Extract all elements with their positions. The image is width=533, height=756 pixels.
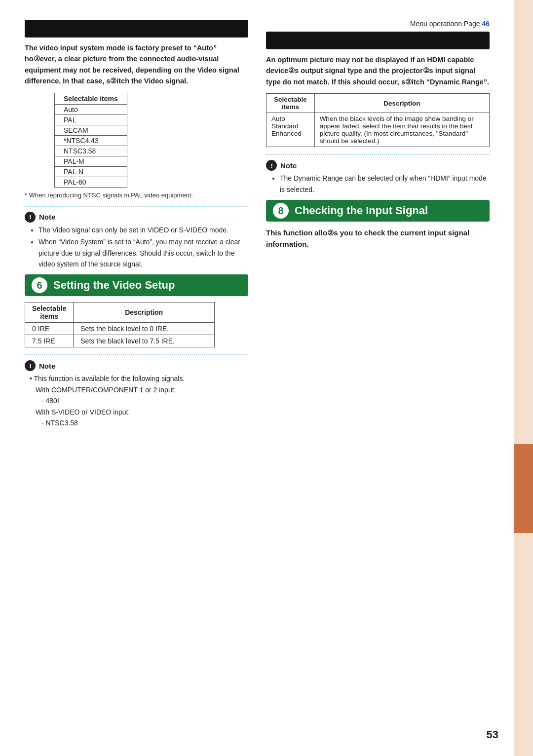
left-note-item: The Video signal can only be set in VIDE…: [38, 225, 248, 235]
left-dotted-divider-1: [25, 206, 248, 207]
section-8-intro: This function allo②s you to check the cu…: [266, 227, 490, 250]
section6-note-title: Note: [25, 360, 248, 371]
section-8-number: 8: [273, 203, 289, 219]
right-note-label: Note: [280, 161, 297, 170]
dr-items-cell: AutoStandardEnhanced: [266, 113, 315, 147]
sel-table-item: *NTSC4.43: [55, 135, 127, 146]
selectable-items-table: Selectable items AutoPALSECAM*NTSC4.43NT…: [54, 93, 127, 188]
page: The video input system mode is factory p…: [0, 0, 533, 756]
right-note-list: The Dynamic Range can be selected only w…: [266, 173, 490, 195]
note-icon-sec6: [25, 360, 36, 371]
sel-table-item: SECAM: [55, 125, 127, 135]
vs-desc-cell: Sets the black level to 0 IRE.: [74, 323, 215, 335]
left-note-label: Note: [39, 213, 55, 221]
section-8-title-bar: 8 Checking the Input Signal: [266, 200, 490, 222]
sec6-note-line1: • This function is available for the fol…: [30, 375, 185, 382]
note-icon-right: [266, 160, 277, 171]
sel-table-item: PAL-M: [55, 156, 127, 166]
right-dotted-divider-1: [266, 154, 490, 155]
left-dotted-divider-2: [25, 354, 248, 355]
left-note-list: The Video signal can only be set in VIDE…: [25, 225, 248, 270]
right-section-header-bar: [266, 32, 490, 49]
sec6-note-line5: - NTSC3.58: [30, 419, 78, 427]
video-setup-table: Selectable items Description 0 IRESets t…: [25, 302, 215, 347]
section-8-title-text: Checking the Input Signal: [295, 204, 428, 217]
right-accent-bar-orange: [514, 444, 533, 533]
vs-col2-header: Description: [74, 302, 215, 323]
left-note-item: When “Video System” is set to “Auto”, yo…: [38, 236, 248, 269]
sel-table-header: Selectable items: [55, 93, 127, 104]
left-footnote: * When reproducing NTSC signals in PAL v…: [25, 191, 248, 199]
sel-table-item: NTSC3.58: [55, 146, 127, 156]
dr-col1-header: Selectable items: [266, 94, 315, 113]
vs-desc-cell: Sets the black level to 7.5 IRE.: [74, 335, 215, 347]
section-8-area: 8 Checking the Input Signal This functio…: [266, 200, 490, 250]
section6-note-block: Note • This function is available for th…: [25, 360, 248, 428]
section-6-area: 6 Setting the Video Setup Selectable ite…: [25, 274, 248, 428]
sel-table-item: PAL: [55, 114, 127, 125]
right-note-item: The Dynamic Range can be selected only w…: [280, 173, 490, 195]
left-section-header-bar: [25, 20, 248, 38]
two-column-layout: The video input system mode is factory p…: [25, 20, 490, 433]
right-column: Menu operationn Page 46 An optimum pictu…: [266, 20, 490, 433]
note-icon-left: [25, 212, 36, 223]
vs-col1-header: Selectable items: [25, 302, 74, 323]
dr-table-row: AutoStandardEnhanced When the black leve…: [266, 113, 490, 147]
dr-col2-header: Description: [314, 94, 489, 113]
dr-desc-cell: When the black levels of the image show …: [314, 113, 489, 147]
main-content: The video input system mode is factory p…: [0, 0, 514, 458]
sel-table-item: PAL-60: [55, 177, 127, 187]
right-note-title: Note: [266, 160, 490, 171]
left-intro-text: The video input system mode is factory p…: [25, 42, 248, 87]
menu-ref-page: 46: [482, 20, 490, 28]
right-accent: [514, 0, 533, 756]
sec6-note-line3: - 480I: [30, 397, 59, 405]
section6-note-label: Note: [39, 362, 55, 370]
menu-ref: Menu operationn Page 46: [266, 20, 490, 28]
section6-note-content: • This function is available for the fol…: [25, 373, 248, 428]
right-note-block: Note The Dynamic Range can be selected o…: [266, 160, 490, 195]
right-intro-bold: An optimum picture may not be displayed …: [266, 56, 489, 86]
page-number: 53: [487, 728, 498, 741]
sec6-note-line4: With S-VIDEO or VIDEO input:: [30, 408, 130, 416]
dynamic-range-table: Selectable items Description AutoStandar…: [266, 93, 490, 147]
section-6-number: 6: [32, 277, 47, 293]
left-intro-bold: The video input system mode is factory p…: [25, 44, 239, 85]
left-column: The video input system mode is factory p…: [25, 20, 248, 433]
vs-item-cell: 7.5 IRE: [25, 335, 74, 347]
vs-item-cell: 0 IRE: [25, 323, 74, 335]
sel-table-item: PAL-N: [55, 166, 127, 177]
right-intro-text: An optimum picture may not be displayed …: [266, 54, 490, 87]
sel-table-item: Auto: [55, 104, 127, 114]
left-note-block: Note The Video signal can only be set in…: [25, 212, 248, 270]
sec6-note-line2: With COMPUTER/COMPONENT 1 or 2 input:: [30, 386, 176, 394]
section-6-title-text: Setting the Video Setup: [53, 279, 175, 292]
left-note-title: Note: [25, 212, 248, 223]
section-6-title-bar: 6 Setting the Video Setup: [25, 274, 248, 296]
menu-ref-text: Menu operationn Page: [410, 20, 480, 28]
